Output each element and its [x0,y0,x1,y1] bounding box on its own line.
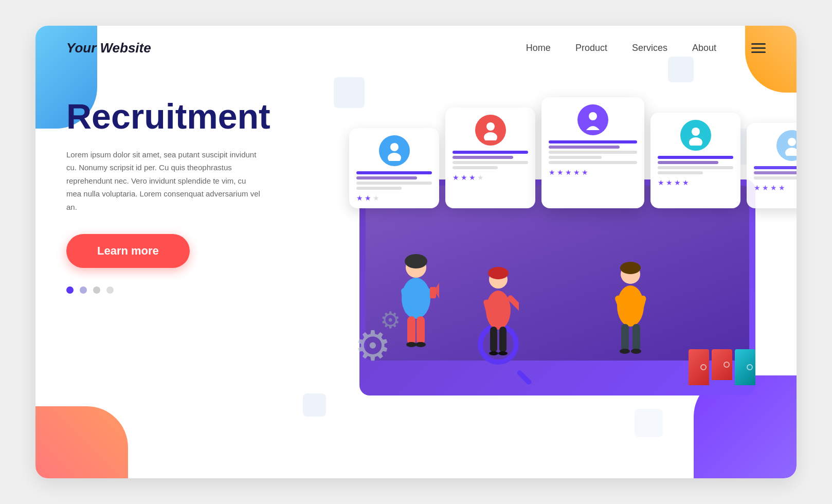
svg-point-0 [390,143,399,151]
card-line [453,166,498,169]
nav: Home Product Services About [526,43,766,53]
card-lines-2 [453,151,528,169]
svg-point-1 [388,153,401,161]
card-line [453,151,528,154]
card-lines-4 [658,156,733,174]
binder-red-2 [712,349,732,380]
star: ★ [373,194,379,202]
avatar-2 [475,115,506,146]
logo: Your Website [66,40,151,56]
star: ★ [762,184,769,192]
nav-home[interactable]: Home [526,43,551,53]
svg-point-19 [415,342,426,347]
svg-rect-25 [490,327,497,352]
svg-point-18 [406,342,417,347]
figure-megaphone-woman [393,252,439,357]
binder-red [689,349,709,385]
card-line [549,146,620,149]
svg-point-3 [484,132,497,140]
nav-product[interactable]: Product [575,43,607,53]
card-line [754,176,797,179]
svg-point-5 [692,128,700,136]
card-line [356,171,432,174]
avatar-1 [379,135,410,166]
svg-rect-26 [499,327,507,352]
star: ★ [779,184,785,192]
star: ★ [469,173,476,182]
star: ★ [549,168,555,176]
pagination-dots [66,286,313,294]
svg-point-28 [498,351,508,355]
star: ★ [557,168,564,176]
card-line [549,151,637,154]
svg-point-37 [631,349,641,354]
nav-about[interactable]: About [692,43,716,53]
svg-rect-15 [430,287,436,298]
hamburger-menu[interactable] [751,43,766,53]
star: ★ [658,178,664,187]
avatar-4 [680,120,711,151]
svg-point-27 [489,351,498,355]
card-line [754,171,797,174]
star: ★ [674,178,681,187]
star: ★ [461,173,467,182]
svg-point-21 [488,267,509,279]
card-lines-1 [356,171,432,190]
star: ★ [365,194,371,202]
figure-man-yellow [609,260,653,365]
learn-more-button[interactable]: Learn more [66,234,190,268]
candidate-card-3: ★ ★ ★ ★ ★ [541,97,644,208]
svg-rect-34 [621,324,629,351]
hero-description: Lorem ipsum dolor sit amet, sea putant s… [66,148,262,214]
dot-1[interactable] [66,286,74,294]
card-line [356,182,432,185]
nav-services[interactable]: Services [632,43,667,53]
card-line [549,161,637,164]
star: ★ [356,194,363,202]
svg-rect-17 [417,316,425,345]
card-line [658,166,733,169]
rating-stars-5: ★ ★ ★ ★ [754,184,797,192]
card-line [658,161,718,164]
left-content: Recruitment Lorem ipsum dolor sit amet, … [66,77,313,437]
illustration-area: ★ ★ ★ [334,77,766,437]
svg-point-30 [620,262,641,274]
svg-point-36 [620,349,630,354]
rating-stars-4: ★ ★ ★ ★ [658,178,733,187]
svg-point-2 [486,122,495,131]
dot-3[interactable] [93,286,100,294]
svg-point-4 [589,112,597,120]
dot-2[interactable] [80,286,87,294]
candidate-card-1: ★ ★ ★ [349,128,439,208]
star: ★ [573,168,580,176]
figure-pointing-woman [478,265,519,365]
card-line [549,156,602,159]
binder-ring [700,364,707,370]
binder-ring [724,362,730,368]
svg-point-8 [785,148,797,156]
rating-stars-2: ★ ★ ★ ★ [453,173,528,182]
star: ★ [582,168,588,176]
candidate-card-4: ★ ★ ★ ★ [650,113,740,208]
hamburger-line-2 [751,47,766,49]
star: ★ [754,184,761,192]
card-line [356,176,417,179]
card-lines-3 [549,140,637,164]
avatar-5 [776,130,797,161]
card-line [453,156,513,159]
candidate-card-5: ★ ★ ★ ★ [747,123,797,208]
svg-point-6 [689,137,702,146]
hero-title: Recruitment [66,97,313,136]
binders-container [689,349,755,385]
candidate-cards-container: ★ ★ ★ [349,97,766,208]
card-line [453,161,528,164]
card-line [658,171,703,174]
svg-point-10 [405,254,427,268]
header: Your Website Home Product Services About [35,26,797,66]
card-line [658,156,733,159]
star: ★ [453,173,459,182]
hamburger-line-3 [751,51,766,53]
dot-4[interactable] [106,286,114,294]
star: ★ [565,168,572,176]
svg-rect-16 [407,316,415,345]
